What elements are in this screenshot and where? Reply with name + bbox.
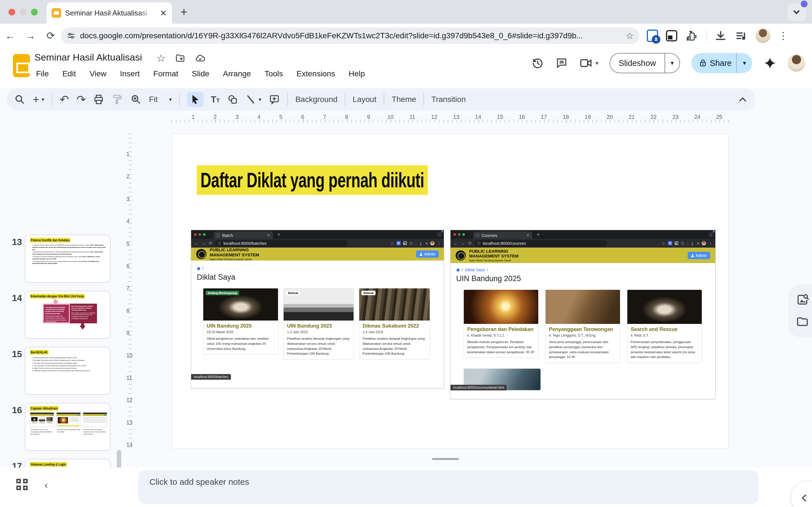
- back-icon[interactable]: ←: [0, 30, 20, 42]
- macos-minimize-button[interactable]: [20, 9, 27, 15]
- background-button[interactable]: Background: [295, 95, 337, 104]
- url-text: docs.google.com/presentation/d/16Y9R-g33…: [80, 31, 621, 40]
- browser-menu-icon[interactable]: ⋮: [778, 30, 788, 42]
- slide-title-block[interactable]: Daftar Diklat yang pernah diikuti: [197, 165, 518, 195]
- speaker-notes-placeholder: Click to add speaker notes: [149, 477, 249, 487]
- zoom-select[interactable]: Fit▾: [149, 95, 172, 104]
- new-tab-button[interactable]: +: [181, 6, 188, 18]
- menu-slide[interactable]: Slide: [191, 68, 210, 79]
- theme-button[interactable]: Theme: [392, 95, 416, 104]
- reading-mode-icon[interactable]: [666, 30, 677, 41]
- textbox-tool-icon[interactable]: TT: [211, 94, 220, 105]
- tab-group-icon[interactable]: 8: [647, 30, 658, 42]
- undo-icon[interactable]: ↶: [59, 93, 69, 106]
- redo-icon[interactable]: ↷: [77, 93, 86, 106]
- menu-file[interactable]: File: [36, 68, 49, 79]
- grid-view-icon[interactable]: [16, 479, 28, 490]
- globe-icon: [216, 233, 220, 237]
- status-bar: localhost:8000/courses/detail.html: [451, 385, 507, 390]
- collapse-filmstrip-icon[interactable]: ‹: [45, 480, 48, 490]
- screenshot-batches[interactable]: Batch✕ + ⌄ ←→⟳ ilocalhost:8000/batches ☆…: [191, 230, 444, 388]
- download-icon[interactable]: [714, 30, 727, 42]
- lms-logo: [196, 249, 206, 259]
- site-info-icon[interactable]: [66, 31, 75, 40]
- zoom-icon[interactable]: [130, 94, 142, 105]
- slide-thumbnail-15[interactable]: BerAKHLAK 1. Berorientasi Pelayanan: Mem…: [25, 347, 110, 395]
- line-tool[interactable]: ▾: [246, 94, 261, 105]
- notes-resize-handle[interactable]: [432, 458, 459, 460]
- media-queue-icon[interactable]: [735, 29, 748, 42]
- share-button[interactable]: Share ▾: [691, 53, 752, 73]
- lms-header: PUBLIC LEARNINGMANAGEMENT SYSTEMBalai Di…: [451, 247, 715, 263]
- omnibox[interactable]: docs.google.com/presentation/d/16Y9R-g33…: [61, 27, 640, 44]
- chevron-left-icon: [800, 493, 809, 503]
- menu-extensions[interactable]: Extensions: [296, 68, 336, 79]
- select-tool[interactable]: [187, 92, 204, 107]
- browser-tab[interactable]: Seminar Hasil Aktualisasi - Go ✕: [47, 2, 172, 24]
- slides-logo[interactable]: [13, 54, 30, 77]
- ruler-number: 8: [126, 307, 130, 314]
- ruler-number: 10: [126, 352, 133, 358]
- folder-icon[interactable]: [796, 315, 809, 328]
- ruler-number: 17: [541, 114, 547, 120]
- app-header: Seminar Hasil Aktualisasi ☆ File Edit Vi…: [0, 48, 812, 88]
- bookmark-star-icon[interactable]: ☆: [626, 31, 634, 41]
- share-caret[interactable]: ▾: [736, 53, 752, 73]
- forward-icon[interactable]: →: [20, 30, 41, 42]
- mini-browser-urlrow: ←→⟳ ilocalhost:8000/courses ☆U⬡|⭳≡⋮: [451, 239, 715, 247]
- star-document-icon[interactable]: ☆: [156, 52, 165, 64]
- move-folder-icon[interactable]: [175, 53, 185, 63]
- collapse-toolbar-icon[interactable]: [737, 94, 748, 105]
- image-search-icon[interactable]: [796, 293, 809, 306]
- tab-close-icon[interactable]: ✕: [160, 8, 167, 18]
- thumb-title: Keterkaitan dengan Visi-Misi Unit Kerja: [30, 294, 85, 298]
- slideshow-caret[interactable]: ▾: [665, 54, 679, 73]
- layout-button[interactable]: Layout: [353, 95, 376, 104]
- transition-button[interactable]: Transition: [432, 95, 466, 104]
- browser-profile-avatar[interactable]: [756, 29, 770, 43]
- screenshot-courses[interactable]: Courses✕ + ⌄ ←→⟳ ilocalhost:8000/courses…: [450, 230, 716, 399]
- speaker-notes-input[interactable]: Click to add speaker notes: [138, 470, 758, 504]
- reload-icon[interactable]: ⟳: [41, 30, 61, 42]
- doc-title[interactable]: Seminar Hasil Aktualisasi: [35, 52, 142, 63]
- slide-thumbnail-14[interactable]: Keterkaitan dengan Visi-Misi Unit Kerja …: [25, 291, 110, 339]
- menu-arrange[interactable]: Arrange: [222, 68, 252, 79]
- admin-button: Admin: [688, 252, 710, 259]
- share-label: Share: [707, 59, 736, 68]
- menu-tools[interactable]: Tools: [264, 68, 283, 79]
- insert-comment-icon[interactable]: [269, 94, 280, 105]
- version-history-icon[interactable]: [531, 57, 544, 69]
- macos-zoom-button[interactable]: [31, 9, 38, 15]
- ruler-number: 2: [126, 173, 130, 180]
- slideshow-button[interactable]: Slideshow ▾: [610, 53, 680, 73]
- macos-close-button[interactable]: [8, 9, 15, 15]
- extensions-icon[interactable]: [685, 29, 698, 42]
- meet-button[interactable]: ▾: [579, 56, 598, 70]
- filmstrip-scrollbar[interactable]: [117, 450, 121, 467]
- new-slide-button[interactable]: +▾: [33, 95, 44, 104]
- menu-insert[interactable]: Insert: [119, 68, 140, 79]
- slide-thumbnail-16[interactable]: Capaian Aktualisasi Tersedianya sistem u…: [25, 403, 110, 451]
- lms-header: PUBLIC LEARNINGMANAGEMENT SYSTEMBalai Di…: [191, 247, 444, 261]
- comments-icon[interactable]: [555, 57, 568, 69]
- toolbar: +▾ ↶ ↷ Fit▾ TT ▾ Background Layout Theme…: [7, 89, 756, 110]
- menu-edit[interactable]: Edit: [62, 68, 77, 79]
- print-icon[interactable]: [93, 94, 104, 105]
- paint-format-icon[interactable]: [112, 94, 123, 105]
- lms-body: /Diklat Saya/ UIN Bandung 2025 Pengebora…: [451, 263, 715, 390]
- menu-format[interactable]: Format: [153, 68, 179, 79]
- search-icon[interactable]: [14, 94, 26, 105]
- ruler-number: 12: [126, 397, 133, 403]
- cloud-saved-icon[interactable]: [195, 53, 206, 64]
- slide-thumbnail-13[interactable]: Potensi Konflik dan Kendala 1. Adanya re…: [25, 235, 110, 283]
- menu-help[interactable]: Help: [348, 68, 366, 79]
- slide-thumbnail-17[interactable]: Halaman Landing & Login SISTEM MANAJEMEN…: [25, 459, 110, 467]
- gemini-icon[interactable]: [763, 57, 776, 69]
- browser-tab-strip: Seminar Hasil Aktualisasi - Go ✕ +: [0, 0, 812, 24]
- slide-title: Daftar Diklat yang pernah diikuti: [197, 165, 428, 195]
- account-avatar[interactable]: [788, 54, 805, 72]
- shape-tool-icon[interactable]: [227, 94, 238, 105]
- slide-filmstrip: 13 Potensi Konflik dan Kendala 1. Adanya…: [0, 112, 124, 467]
- slide-canvas[interactable]: Daftar Diklat yang pernah diikuti Batch✕…: [172, 133, 729, 448]
- menu-view[interactable]: View: [89, 68, 107, 79]
